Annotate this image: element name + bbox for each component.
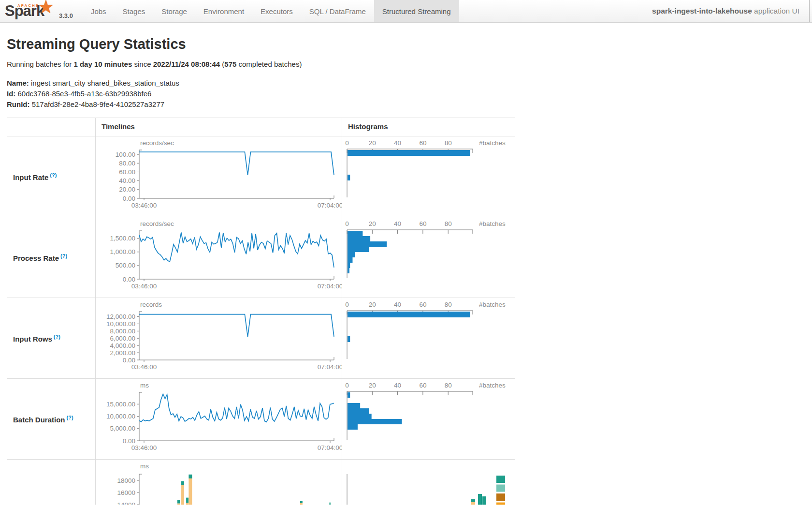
- application-title: spark-ingest-into-lakehouse application …: [652, 7, 812, 15]
- input-rate-histogram-chart: 020406080#batches: [342, 136, 515, 217]
- svg-text:60.00: 60.00: [119, 168, 135, 176]
- svg-text:07:04:00: 07:04:00: [318, 444, 342, 451]
- input-rate-help-link[interactable]: (?): [50, 172, 57, 178]
- application-title-suffix: application UI: [752, 7, 799, 15]
- spark-star-icon: ★: [38, 0, 54, 17]
- svg-text:0.00: 0.00: [123, 437, 135, 445]
- page-title: Streaming Query Statistics: [7, 36, 812, 52]
- statistics-table: Timelines Histograms Input Rate(?) recor…: [7, 118, 515, 505]
- tab-executors[interactable]: Executors: [252, 0, 301, 22]
- svg-text:1,500.00: 1,500.00: [110, 235, 135, 242]
- process-rate-help-link[interactable]: (?): [60, 253, 67, 259]
- svg-text:40: 40: [394, 382, 401, 389]
- svg-text:#batches: #batches: [479, 220, 506, 227]
- tab-stages[interactable]: Stages: [115, 0, 154, 22]
- svg-text:60: 60: [419, 220, 426, 227]
- svg-text:20: 20: [369, 301, 376, 308]
- tab-jobs[interactable]: Jobs: [83, 0, 115, 22]
- running-duration: 1 day 10 minutes: [73, 60, 132, 68]
- process-rate-histogram-chart: 020406080#batches: [342, 217, 515, 298]
- svg-text:12,000.00: 12,000.00: [106, 313, 135, 320]
- svg-text:03:46:00: 03:46:00: [131, 444, 157, 451]
- svg-text:#batches: #batches: [479, 382, 506, 389]
- tab-sql-dataframe[interactable]: SQL / DataFrame: [301, 0, 374, 22]
- query-runid-value: 517afd3f-28e2-4ba8-9fe4-4102527a3277: [29, 100, 164, 108]
- svg-text:500.00: 500.00: [116, 262, 135, 269]
- operation-duration-timeline-chart: ms180001600014000: [96, 460, 342, 505]
- svg-text:20: 20: [369, 382, 376, 389]
- svg-text:0: 0: [345, 301, 349, 308]
- query-id-line: Id: 60dc3768-85e3-4fb5-a13c-63b29938bfe6: [7, 89, 812, 99]
- tab-structured-streaming[interactable]: Structured Streaming: [374, 0, 459, 22]
- running-mid: since: [132, 60, 153, 68]
- svg-text:0: 0: [345, 139, 349, 147]
- svg-text:0.00: 0.00: [123, 357, 135, 364]
- svg-text:records: records: [140, 301, 162, 308]
- input-rows-timeline-chart: records0.002,000.004,000.006,000.008,000…: [96, 298, 342, 379]
- svg-text:40: 40: [394, 220, 401, 227]
- batch-duration-histogram-chart: 020406080#batches: [342, 379, 515, 460]
- svg-text:60: 60: [419, 301, 426, 308]
- query-name-line: Name: ingest smart_city shared_bikes_sta…: [7, 78, 812, 89]
- batch-duration-histogram-svg: 020406080#batches: [342, 379, 515, 459]
- header-timelines: Timelines: [96, 118, 342, 136]
- svg-text:10,000.00: 10,000.00: [106, 320, 135, 328]
- spark-logo[interactable]: APACHE Spark ★: [0, 0, 59, 22]
- spark-version: 3.3.0: [59, 12, 76, 22]
- svg-text:40.00: 40.00: [119, 177, 135, 184]
- svg-text:03:46:00: 03:46:00: [131, 202, 157, 209]
- svg-text:07:04:00: 07:04:00: [318, 283, 342, 290]
- row-label-input-rate: Input Rate(?): [7, 136, 96, 217]
- batch-duration-timeline-chart: ms0.005,000.0010,000.0015,000.0003:46:00…: [96, 379, 342, 460]
- input-rate-label: Input Rate: [13, 173, 48, 181]
- batch-duration-help-link[interactable]: (?): [67, 415, 73, 420]
- running-paren: (: [220, 60, 224, 68]
- svg-text:80: 80: [445, 382, 452, 389]
- tab-environment[interactable]: Environment: [195, 0, 252, 22]
- navbar: APACHE Spark ★ 3.3.0 Jobs Stages Storage…: [0, 0, 812, 23]
- row-label-input-rows: Input Rows(?): [7, 298, 96, 379]
- svg-text:records/sec: records/sec: [140, 220, 174, 227]
- svg-text:16000: 16000: [117, 489, 135, 496]
- svg-text:ms: ms: [140, 463, 149, 470]
- query-name-label: Name:: [7, 79, 29, 87]
- svg-text:80: 80: [445, 301, 452, 308]
- svg-text:15,000.00: 15,000.00: [106, 401, 135, 408]
- batch-duration-label: Batch Duration: [13, 416, 65, 424]
- nav-tabs: Jobs Stages Storage Environment Executor…: [83, 0, 459, 22]
- application-name: spark-ingest-into-lakehouse: [652, 7, 752, 15]
- process-rate-timeline-svg: records/sec0.00500.001,000.001,500.0003:…: [96, 217, 342, 298]
- operation-duration-timeline-svg: ms180001600014000: [96, 460, 342, 505]
- svg-text:5,000.00: 5,000.00: [110, 425, 135, 432]
- svg-text:03:46:00: 03:46:00: [131, 283, 157, 290]
- row-label-operation-duration: [7, 460, 96, 505]
- input-rows-histogram-chart: 020406080#batches: [342, 298, 515, 379]
- process-rate-label: Process Rate: [13, 254, 59, 262]
- svg-text:0.00: 0.00: [123, 276, 135, 283]
- tab-storage[interactable]: Storage: [153, 0, 195, 22]
- input-rate-histogram-svg: 020406080#batches: [342, 136, 515, 217]
- svg-text:100.00: 100.00: [116, 151, 135, 158]
- input-rows-timeline-svg: records0.002,000.004,000.006,000.008,000…: [96, 298, 342, 378]
- svg-text:#batches: #batches: [479, 301, 506, 308]
- svg-text:20.00: 20.00: [119, 186, 135, 194]
- svg-text:40: 40: [394, 139, 401, 147]
- svg-text:1,000.00: 1,000.00: [110, 249, 135, 256]
- main-content: Streaming Query Statistics Running batch…: [0, 36, 812, 505]
- svg-text:60: 60: [419, 139, 426, 147]
- input-rows-help-link[interactable]: (?): [54, 334, 60, 340]
- svg-text:07:04:00: 07:04:00: [318, 202, 342, 209]
- input-rows-histogram-svg: 020406080#batches: [342, 298, 515, 378]
- query-info-block: Name: ingest smart_city shared_bikes_sta…: [7, 78, 812, 109]
- svg-text:20: 20: [369, 139, 376, 147]
- svg-text:20: 20: [369, 220, 376, 227]
- svg-text:0: 0: [345, 220, 349, 227]
- svg-text:6,000.00: 6,000.00: [110, 335, 135, 342]
- running-since-timestamp: 2022/11/24 08:08:44: [153, 60, 220, 68]
- process-rate-timeline-chart: records/sec0.00500.001,000.001,500.0003:…: [96, 217, 342, 298]
- query-runid-line: RunId: 517afd3f-28e2-4ba8-9fe4-4102527a3…: [7, 99, 812, 110]
- input-rate-timeline-svg: records/sec0.0020.0040.0060.0080.00100.0…: [96, 136, 342, 217]
- running-tail: completed batches): [236, 60, 302, 68]
- batch-duration-timeline-svg: ms0.005,000.0010,000.0015,000.0003:46:00…: [96, 379, 342, 459]
- svg-text:8,000.00: 8,000.00: [110, 328, 135, 335]
